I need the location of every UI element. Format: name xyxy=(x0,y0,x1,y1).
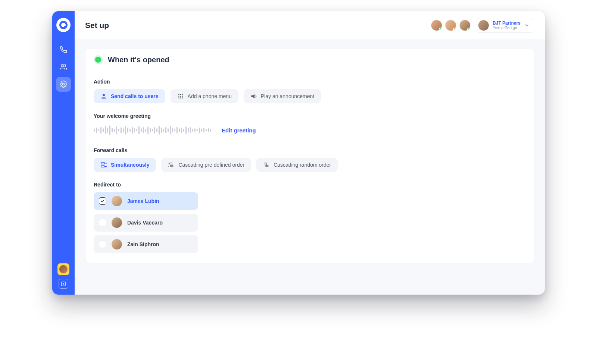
status-dot-icon xyxy=(453,28,456,31)
redirect-item-james[interactable]: James Lubin xyxy=(94,192,198,210)
svg-point-4 xyxy=(178,94,179,95)
checkbox[interactable] xyxy=(99,197,106,205)
presence-avatar-1[interactable] xyxy=(431,20,442,31)
person-name: Davis Vaccaro xyxy=(127,220,163,226)
nav-calls[interactable] xyxy=(56,43,71,57)
page-title: Set up xyxy=(85,21,109,30)
topbar: Set up xyxy=(75,11,545,40)
pill-label: Add a phone menu xyxy=(188,93,232,99)
headset-icon xyxy=(100,93,107,100)
forward-cascading-random[interactable]: Cascading random order xyxy=(256,158,338,172)
svg-point-5 xyxy=(180,94,181,95)
action-send-calls-to-users[interactable]: Send calls to users xyxy=(94,89,165,103)
checkbox[interactable] xyxy=(99,219,106,226)
person-avatar xyxy=(112,196,122,206)
account-org: BJT Partners xyxy=(493,21,521,26)
nav-settings[interactable] xyxy=(56,77,71,92)
svg-point-7 xyxy=(178,96,179,97)
forward-cascading-defined[interactable]: 12 Cascading pre defined order xyxy=(161,158,251,172)
check-icon xyxy=(100,199,105,203)
presence-group xyxy=(431,20,471,31)
svg-text:1: 1 xyxy=(168,163,169,164)
chevron-down-icon xyxy=(524,23,529,28)
svg-rect-2 xyxy=(62,282,66,286)
card-title: When it's opened xyxy=(108,56,169,64)
redirect-item-zain[interactable]: Zain Siphron xyxy=(94,235,198,253)
pill-label: Cascading pre defined order xyxy=(178,162,244,168)
collapse-icon xyxy=(61,281,66,286)
svg-point-11 xyxy=(180,97,181,98)
presence-avatar-3[interactable] xyxy=(459,20,471,31)
main-area: Set up xyxy=(75,11,545,295)
account-switcher[interactable]: BJT Partners Emma George xyxy=(476,18,534,33)
svg-point-10 xyxy=(178,97,179,98)
svg-rect-14 xyxy=(101,166,104,167)
forward-label: Forward calls xyxy=(94,147,526,153)
greeting-waveform[interactable] xyxy=(94,123,211,137)
sidebar-collapse-button[interactable] xyxy=(59,279,68,289)
svg-point-9 xyxy=(182,96,183,97)
svg-text:2: 2 xyxy=(168,165,169,167)
current-user-avatar[interactable] xyxy=(57,263,69,275)
simultaneous-icon xyxy=(100,161,107,168)
redirect-item-davis[interactable]: Davis Vaccaro xyxy=(94,214,198,232)
action-label: Action xyxy=(94,79,526,85)
setup-card: When it's opened Action Send calls to us… xyxy=(85,48,534,263)
app-logo[interactable] xyxy=(56,18,71,32)
svg-rect-16 xyxy=(170,163,172,164)
person-avatar xyxy=(112,217,122,228)
svg-point-8 xyxy=(180,96,181,97)
edit-greeting-link[interactable]: Edit greeting xyxy=(222,127,256,134)
person-name: Zain Siphron xyxy=(127,241,159,247)
svg-rect-20 xyxy=(266,165,268,166)
cascade-icon: 12 xyxy=(168,161,175,168)
pill-label: Send calls to users xyxy=(111,93,159,99)
status-dot-icon xyxy=(439,28,442,31)
nav-team[interactable] xyxy=(56,60,71,75)
megaphone-icon xyxy=(250,93,257,100)
redirect-list: James Lubin Davis Vaccaro xyxy=(94,192,198,253)
pill-label: Simultaneously xyxy=(111,162,149,168)
redirect-label: Redirect to xyxy=(94,182,526,188)
pill-label: Cascading random order xyxy=(274,162,331,168)
cascade-random-icon xyxy=(263,161,270,168)
account-avatar xyxy=(478,20,489,31)
checkbox[interactable] xyxy=(99,241,106,248)
presence-avatar-2[interactable] xyxy=(445,20,456,31)
svg-rect-13 xyxy=(101,163,104,164)
pill-label: Play an announcement xyxy=(261,93,314,99)
svg-rect-18 xyxy=(171,165,173,166)
action-play-announcement[interactable]: Play an announcement xyxy=(244,89,321,103)
gear-icon xyxy=(60,81,67,88)
dialpad-icon xyxy=(177,93,184,100)
forward-options: Simultaneously 12 Cascading pre defined … xyxy=(94,158,526,172)
action-add-phone-menu[interactable]: Add a phone menu xyxy=(171,89,238,103)
svg-point-0 xyxy=(61,65,64,67)
person-name: James Lubin xyxy=(127,198,159,204)
action-options: Send calls to users Add a phone menu xyxy=(94,89,526,103)
sidebar xyxy=(52,11,75,295)
svg-point-6 xyxy=(182,94,183,95)
users-icon xyxy=(60,63,67,71)
person-avatar xyxy=(112,239,122,250)
app-window: Set up xyxy=(52,11,545,295)
svg-point-12 xyxy=(182,97,183,98)
phone-icon xyxy=(60,46,67,54)
forward-simultaneously[interactable]: Simultaneously xyxy=(94,158,156,172)
status-dot-icon xyxy=(467,28,471,31)
svg-point-1 xyxy=(63,84,65,85)
svg-rect-19 xyxy=(264,163,267,164)
status-open-indicator xyxy=(94,55,103,64)
greeting-label: Your welcome greeting xyxy=(94,113,526,119)
svg-point-3 xyxy=(103,94,105,96)
account-user: Emma George xyxy=(493,26,521,30)
